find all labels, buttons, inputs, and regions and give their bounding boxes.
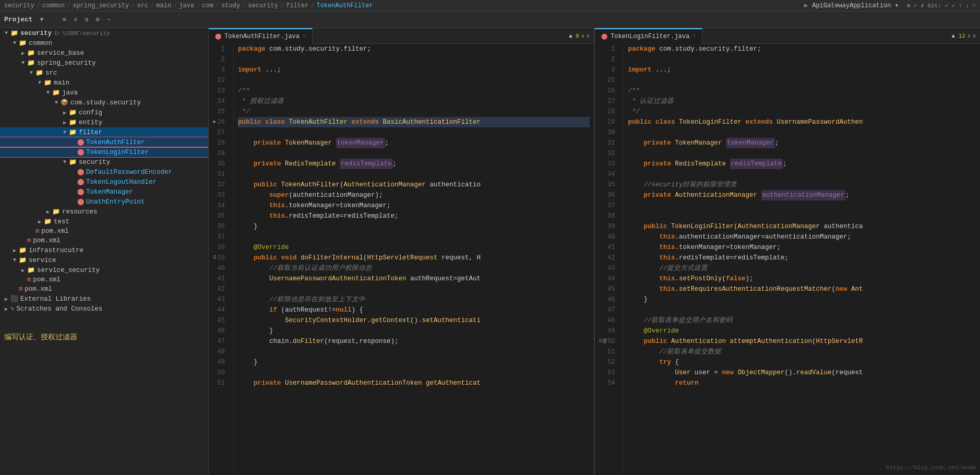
right-chevron-down[interactable]: ∨ bbox=[973, 33, 976, 39]
sidebar-item-config[interactable]: ▶ 📁 config bbox=[0, 108, 208, 117]
code-line-r40: this.authenticationManager=authenticatio… bbox=[628, 232, 976, 242]
folder-icon: 📁 bbox=[35, 69, 43, 77]
sidebar-item-main[interactable]: ▼ 📁 main bbox=[0, 78, 208, 88]
right-code-content: 1 2 3 25 26 27 28 29 30 31 32 33 bbox=[595, 44, 980, 475]
left-tab-close[interactable]: × bbox=[303, 33, 306, 39]
settings-button[interactable]: ⚙ bbox=[93, 15, 101, 25]
sidebar-item-resources[interactable]: ▶ 📁 resources bbox=[0, 207, 208, 217]
folder-icon: 📁 bbox=[44, 79, 52, 87]
align-button[interactable]: ≡ bbox=[71, 15, 79, 25]
sidebar-item-pom-common[interactable]: ▶ m pom.xml bbox=[0, 236, 208, 245]
sep5: / bbox=[173, 2, 177, 9]
breadcrumb-security2[interactable]: security bbox=[248, 2, 278, 9]
rln-51: 51 bbox=[599, 347, 619, 357]
breadcrumb-common[interactable]: common bbox=[42, 2, 65, 9]
code-line-l40: //获取当前认证成功用户权限信息 bbox=[238, 263, 590, 274]
sidebar-item-security-folder[interactable]: ▼ 📁 security bbox=[0, 157, 208, 167]
code-line-r52: try { bbox=[628, 357, 976, 367]
override-gutter-r[interactable]: O bbox=[599, 336, 602, 347]
cmt: //获取表单提交用户名和密码 bbox=[628, 315, 733, 326]
left-chevron-down[interactable]: ∨ bbox=[587, 33, 590, 39]
left-tab-token-auth[interactable]: ⬤ TokenAuthFilter.java × bbox=[209, 28, 313, 44]
rln-52: 52 bbox=[599, 357, 619, 367]
breadcrumb-file[interactable]: TokenAuthFilter bbox=[317, 2, 373, 9]
sidebar-item-service-security[interactable]: ▶ 📁 service_security bbox=[0, 265, 208, 275]
sidebar-item-common[interactable]: ▼ 📁 common bbox=[0, 38, 208, 48]
minimize-button[interactable]: − bbox=[105, 15, 113, 25]
sidebar-item-pom-root[interactable]: ▶ m pom.xml bbox=[0, 284, 208, 294]
breadcrumb-study[interactable]: study bbox=[221, 2, 240, 9]
plain bbox=[238, 378, 254, 388]
left-chevron-up[interactable]: ∧ bbox=[581, 33, 584, 39]
api-gateway-dropdown[interactable]: ApiGatewayApplication ▾ bbox=[812, 2, 899, 9]
sidebar-item-scratches[interactable]: ▶ ✎ Scratches and Consoles bbox=[0, 304, 208, 314]
code-line-r53: User user = new ObjectMapper().readValue… bbox=[628, 367, 976, 378]
kw: this bbox=[659, 274, 675, 284]
breadcrumb-spring-security[interactable]: spring_security bbox=[73, 2, 129, 9]
sidebar-item-default-pw-encoder[interactable]: ▶ ⬤ DefaultPasswordEncoder bbox=[0, 167, 208, 177]
cls: TokenLoginFilter bbox=[679, 117, 746, 127]
toolbar-icons: ⚙ ✓ ✗ Git: ✓ ✓ ↑ ↓ ○ bbox=[907, 2, 976, 9]
run-icon[interactable]: ▶ bbox=[804, 2, 808, 9]
kw: private bbox=[254, 378, 285, 388]
package-icon: 📦 bbox=[61, 99, 68, 106]
cmt: //security封装的权限管理类 bbox=[628, 180, 737, 190]
sidebar-item-entity[interactable]: ▶ 📁 entity bbox=[0, 117, 208, 127]
sync-button[interactable]: ⊕ bbox=[61, 15, 68, 25]
sidebar-item-pom-spring[interactable]: ▶ m pom.xml bbox=[0, 227, 208, 236]
sidebar-item-service[interactable]: ▼ 📁 service bbox=[0, 255, 208, 265]
left-code-editor[interactable]: 1 2 3 22 23 24 25 ▶ 26 27 bbox=[209, 44, 594, 475]
sidebar-item-java[interactable]: ▼ 📁 java bbox=[0, 88, 208, 98]
tree-label-logout: TokenLogoutHandler bbox=[86, 179, 157, 186]
right-chevron-up[interactable]: ∧ bbox=[967, 33, 971, 39]
kw: false bbox=[726, 274, 746, 284]
sidebar-item-token-manager[interactable]: ▶ ⬤ TokenManager bbox=[0, 187, 208, 197]
ln-43: 43 bbox=[213, 294, 229, 305]
expand-button[interactable]: ⇅ bbox=[82, 15, 90, 25]
sidebar-item-package[interactable]: ▼ 📦 com.study.security bbox=[0, 98, 208, 108]
sidebar-item-pom-service[interactable]: ▶ m pom.xml bbox=[0, 275, 208, 284]
code-line-l50 bbox=[238, 367, 590, 378]
breadcrumb-java[interactable]: java bbox=[179, 2, 194, 9]
override-gutter[interactable]: O bbox=[213, 253, 217, 263]
breadcrumb-com[interactable]: com bbox=[202, 2, 213, 9]
sidebar-item-service-base[interactable]: ▶ 📁 service_base bbox=[0, 48, 208, 58]
breadcrumb-main[interactable]: main bbox=[156, 2, 171, 9]
plain: ; bbox=[385, 138, 389, 148]
sep8: / bbox=[242, 2, 246, 9]
sidebar-item-ext-libs[interactable]: ▶ ⬛ External Libraries bbox=[0, 294, 208, 304]
sidebar-item-test[interactable]: ▶ 📁 test bbox=[0, 217, 208, 227]
tree-label-entity: entity bbox=[79, 119, 102, 126]
editors-container: ⬤ TokenAuthFilter.java × ▲ 8 ∧ ∨ 1 2 bbox=[209, 28, 980, 475]
sidebar-item-token-login-filter[interactable]: ▶ ⬤ TokenLoginFilter bbox=[0, 147, 208, 157]
sidebar-item-infra[interactable]: ▶ 📁 infrastrucutre bbox=[0, 245, 208, 255]
sidebar-item-src[interactable]: ▼ 📁 src bbox=[0, 68, 208, 78]
plain bbox=[238, 274, 269, 284]
sidebar-item-unath-entry[interactable]: ▶ ⬤ UnathEntryPoint bbox=[0, 197, 208, 207]
right-tab-token-login[interactable]: ⬤ TokenLoginFilter.java × bbox=[595, 28, 702, 44]
plain: .redisTemplate=redisTemplate; bbox=[675, 253, 788, 263]
right-code-editor[interactable]: 1 2 3 25 26 27 28 29 30 31 32 33 bbox=[595, 44, 980, 475]
right-tab-close[interactable]: × bbox=[692, 33, 696, 39]
breadcrumb-security[interactable]: security bbox=[4, 2, 34, 9]
run-gutter-icon[interactable]: ▶ bbox=[213, 117, 217, 127]
breadcrumb-src[interactable]: src bbox=[137, 2, 148, 9]
arrow-icon: ▼ bbox=[2, 30, 10, 36]
breadcrumb-filter[interactable]: filter bbox=[286, 2, 308, 9]
tree-label-security: security bbox=[20, 30, 52, 37]
sidebar-item-security[interactable]: ▼ 📁 security D:\CODE\security bbox=[0, 28, 208, 38]
sidebar-item-spring-security[interactable]: ▼ 📁 spring_security bbox=[0, 58, 208, 68]
code-line-l33: super(authenticationManager); bbox=[238, 190, 590, 200]
rln-49: 49 bbox=[599, 326, 619, 336]
sidebar-item-filter[interactable]: ▼ 📁 filter bbox=[0, 127, 208, 137]
sidebar-item-token-logout[interactable]: ▶ ⬤ TokenLogoutHandler bbox=[0, 177, 208, 187]
type: RedisTemplate bbox=[675, 159, 730, 169]
project-dropdown[interactable]: ▼ bbox=[38, 15, 46, 25]
spacer: ▶ bbox=[19, 277, 27, 283]
sidebar-item-token-auth-filter[interactable]: ▶ ⬤ TokenAuthFilter bbox=[0, 137, 208, 147]
ln-25: 25 bbox=[213, 106, 229, 117]
ln-44: 44 bbox=[213, 305, 229, 315]
code-line-r48: //获取表单提交用户名和密码 bbox=[628, 315, 976, 326]
code-line-r2 bbox=[628, 54, 976, 65]
method: TokenAuthFilter bbox=[281, 180, 340, 190]
